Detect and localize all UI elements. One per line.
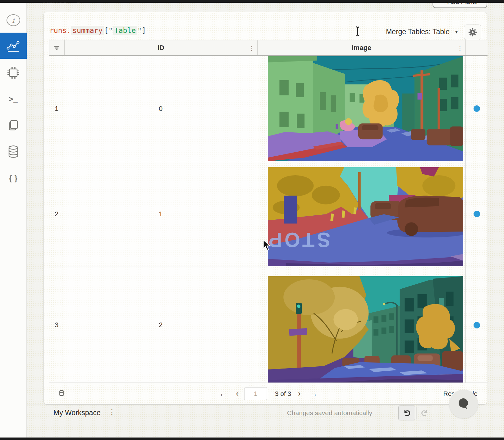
previous-page-button[interactable]: ‹	[233, 389, 242, 398]
table-row: 3 2	[49, 267, 488, 383]
query-open-bracket: ["	[104, 26, 113, 34]
panel-query[interactable]: runs.summary["Table"]	[49, 26, 146, 34]
help-chat-button[interactable]	[449, 390, 478, 418]
query-dot: .	[66, 26, 71, 34]
segmentation-image-row3[interactable]	[268, 276, 463, 383]
column-menu-icon[interactable]: ⋮	[457, 44, 463, 52]
undo-button[interactable]	[398, 406, 415, 420]
table-row: 1 0	[49, 56, 488, 161]
undo-icon	[402, 409, 411, 417]
column-header-spacer	[465, 40, 488, 55]
road-marking-text: STOP	[268, 228, 330, 251]
chat-bubble-icon	[456, 397, 471, 411]
redo-icon	[420, 409, 429, 417]
query-method: summary	[71, 26, 104, 35]
left-sidebar: i >_	[0, 3, 27, 438]
column-label-image: Image	[352, 44, 372, 52]
cell-row-indicator	[465, 161, 488, 267]
run-color-dot[interactable]	[474, 322, 480, 328]
info-icon: i	[7, 14, 20, 26]
merge-tables-label: Merge Tables: Table	[386, 28, 450, 36]
column-header-id[interactable]: ID ⋮	[64, 40, 257, 55]
last-page-button[interactable]: →	[306, 389, 321, 398]
segmentation-image-row1[interactable]	[268, 56, 463, 161]
files-copy-icon	[7, 119, 20, 132]
segmentation-image-row2[interactable]: STOP	[268, 167, 463, 266]
terminal-icon: >_	[9, 95, 18, 103]
cell-row-indicator	[465, 267, 488, 383]
column-label-id: ID	[158, 44, 164, 52]
browser-chrome-bar	[0, 0, 504, 3]
workspace-menu-icon[interactable]: ⋮	[108, 408, 115, 416]
browser-chrome-bar-bottom	[0, 438, 504, 440]
workspace-title[interactable]: My Workspace	[53, 409, 101, 417]
pagination: ← ‹ - 3 of 3 › →	[215, 387, 321, 400]
row-index: 2	[49, 161, 64, 267]
gear-icon	[468, 28, 477, 37]
table-body: 1 0	[49, 56, 488, 383]
sidebar-item-info[interactable]: i	[0, 8, 27, 33]
redo-button[interactable]	[416, 406, 433, 420]
filter-icon	[54, 45, 59, 51]
text-cursor-ibeam	[355, 26, 360, 38]
page-range-label: - 3 of 3	[271, 390, 291, 397]
merge-tables-dropdown[interactable]: Merge Tables: Table ▾	[386, 28, 458, 36]
column-menu-icon[interactable]: ⋮	[249, 44, 255, 52]
table-panel: runs.summary["Table"] Merge Tables: Tabl…	[44, 12, 487, 405]
cpu-chip-icon	[7, 66, 20, 80]
cell-image	[257, 56, 465, 161]
sidebar-item-system[interactable]	[0, 60, 27, 85]
table-header-row: ID ⋮ Image ⋮	[49, 40, 488, 56]
save-status-label: Changes saved automatically	[287, 409, 372, 418]
run-color-dot[interactable]	[474, 211, 480, 217]
query-key: Table	[113, 26, 137, 35]
query-close-bracket: "]	[137, 26, 146, 34]
database-icon	[7, 145, 20, 159]
chevron-down-icon: ▾	[455, 29, 458, 35]
cell-image: STOP	[257, 161, 465, 267]
mouse-cursor-arrow	[263, 240, 272, 252]
panel-settings-button[interactable]	[464, 25, 481, 40]
next-page-button[interactable]: ›	[295, 389, 304, 398]
first-page-button[interactable]: ←	[215, 389, 230, 398]
sidebar-item-raw-data[interactable]: { }	[0, 166, 27, 191]
column-header-image[interactable]: Image ⋮	[257, 40, 466, 55]
sidebar-item-artifacts[interactable]	[0, 140, 27, 164]
cell-id-value: 2	[64, 267, 257, 383]
cell-id-value: 0	[64, 56, 257, 161]
query-object: runs	[49, 26, 66, 34]
page-number-input[interactable]	[244, 387, 267, 400]
sidebar-item-files[interactable]	[0, 113, 27, 138]
run-color-dot[interactable]	[474, 105, 480, 112]
sidebar-item-panels[interactable]	[0, 33, 27, 59]
cell-id-value: 1	[64, 161, 257, 267]
row-index: 1	[49, 56, 64, 161]
filter-header-cell[interactable]	[49, 40, 64, 55]
cell-image	[257, 267, 465, 383]
line-chart-icon	[6, 39, 21, 53]
cell-row-indicator	[465, 56, 488, 161]
table-footer: ← ‹ - 3 of 3 › → Reset Table	[49, 383, 488, 404]
row-index: 3	[49, 267, 64, 383]
workspace-bar: My Workspace ⋮ Changes saved automatical…	[27, 405, 504, 438]
row-height-icon[interactable]	[59, 390, 64, 397]
sidebar-item-logs[interactable]: >_	[0, 87, 27, 112]
braces-icon: { }	[9, 174, 18, 183]
